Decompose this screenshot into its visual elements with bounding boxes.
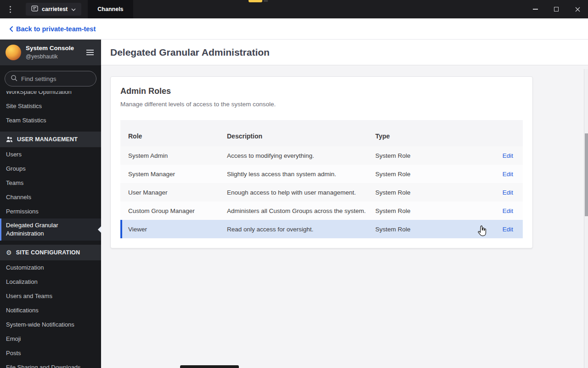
- maximize-icon: [554, 7, 559, 12]
- sidebar-item-file-sharing-and-downloads[interactable]: File Sharing and Downloads: [0, 360, 101, 368]
- cell-type: System Role: [375, 152, 492, 159]
- search-icon: [11, 75, 17, 83]
- content-body: Admin Roles Manage different levels of a…: [101, 65, 588, 259]
- content-header: Delegated Granular Administration: [101, 40, 588, 65]
- cell-description: Slightly less access than system admin.: [227, 171, 375, 178]
- screen-share-indicator: [249, 0, 262, 2]
- cell-description: Enough access to help with user manageme…: [227, 189, 375, 196]
- section-label: SITE CONFIGURATION: [16, 249, 80, 256]
- selected-item-notch: [98, 226, 101, 233]
- sidebar-item-workspace-optimization[interactable]: WorkSpace Optimization: [0, 91, 101, 99]
- tab-channels-label: Channels: [97, 6, 123, 12]
- app-menu-button[interactable]: [0, 0, 20, 18]
- chevron-down-icon: [71, 6, 76, 12]
- cell-description: Read only access for oversight.: [227, 226, 375, 233]
- sidebar-item-posts[interactable]: Posts: [0, 346, 101, 360]
- section-label: USER MANAGEMENT: [17, 136, 78, 143]
- sidebar-nav: WorkSpace Optimization Site Statistics T…: [0, 91, 101, 368]
- vertical-scrollbar[interactable]: [584, 69, 588, 368]
- sidebar-item-site-statistics[interactable]: Site Statistics: [0, 99, 101, 113]
- sidebar-item-label: Delegated Granular Administration: [6, 221, 96, 238]
- main-content: Delegated Granular Administration Admin …: [101, 40, 588, 368]
- sidebar-item-users[interactable]: Users: [0, 147, 101, 161]
- cell-role: Viewer: [128, 226, 227, 233]
- sidebar-item-permissions[interactable]: Permissions: [0, 204, 101, 218]
- cell-role: System Admin: [128, 152, 227, 159]
- table-row-highlighted: Viewer Read only access for oversight. S…: [120, 220, 523, 238]
- sidebar-item-system-wide-notifications[interactable]: System-wide Notifications: [0, 317, 101, 332]
- cell-role: User Manager: [128, 189, 227, 196]
- sidebar-item-channels[interactable]: Channels: [0, 190, 101, 204]
- taskbar-peek: [180, 365, 239, 368]
- section-user-management: USER MANAGEMENT: [0, 132, 101, 147]
- screen-share-indicator-dot: [264, 0, 268, 2]
- gear-icon: ⚙: [6, 249, 12, 256]
- team-switcher-button[interactable]: carrietest: [26, 3, 81, 16]
- column-header-type: Type: [375, 132, 492, 140]
- edit-link[interactable]: Edit: [503, 171, 513, 178]
- card-header: Admin Roles Manage different levels of a…: [111, 77, 532, 120]
- minimize-icon: [533, 9, 538, 10]
- menu-icon[interactable]: [85, 48, 96, 57]
- kebab-icon: [10, 6, 11, 13]
- window-titlebar: carrietest Channels: [0, 0, 588, 18]
- window-controls: [525, 0, 588, 18]
- table-row: User Manager Enough access to help with …: [120, 183, 523, 201]
- cell-description: Access to modifying everything.: [227, 152, 375, 159]
- close-icon: [575, 7, 580, 12]
- sidebar-item-emoji[interactable]: Emoji: [0, 332, 101, 346]
- cell-type: System Role: [375, 171, 492, 178]
- team-name: carrietest: [42, 6, 68, 12]
- card-title: Admin Roles: [120, 86, 523, 96]
- table-row: System Admin Access to modifying everyth…: [120, 146, 523, 165]
- cell-description: Administers all Custom Groups across the…: [227, 207, 375, 214]
- sidebar-item-team-statistics[interactable]: Team Statistics: [0, 113, 101, 127]
- column-header-role: Role: [128, 132, 227, 140]
- edit-link[interactable]: Edit: [503, 226, 513, 233]
- avatar[interactable]: [6, 45, 21, 60]
- sidebar-header: System Console @yesbhautik: [0, 40, 101, 65]
- chevron-left-icon: [9, 26, 13, 32]
- back-link-label: Back to private-team-test: [16, 25, 96, 33]
- section-site-configuration: ⚙ SITE CONFIGURATION: [0, 245, 101, 260]
- maximize-button[interactable]: [546, 0, 567, 18]
- edit-link[interactable]: Edit: [503, 207, 513, 214]
- column-header-description: Description: [227, 132, 375, 140]
- system-console-sidebar: System Console @yesbhautik WorkSpace Opt…: [0, 40, 101, 368]
- cell-type: System Role: [375, 207, 492, 214]
- back-link[interactable]: Back to private-team-test: [9, 25, 96, 33]
- table-row: Custom Group Manager Administers all Cus…: [120, 201, 523, 220]
- close-button[interactable]: [567, 0, 588, 18]
- sidebar-search: [0, 65, 101, 91]
- cell-type: System Role: [375, 226, 492, 233]
- search-input[interactable]: [21, 75, 90, 82]
- console-username: @yesbhautik: [26, 53, 74, 60]
- cell-role: Custom Group Manager: [128, 207, 227, 214]
- edit-link[interactable]: Edit: [503, 152, 513, 159]
- edit-link[interactable]: Edit: [503, 189, 513, 196]
- sidebar-item-localization[interactable]: Localization: [0, 275, 101, 289]
- sidebar-item-notifications[interactable]: Notifications: [0, 303, 101, 317]
- table-header-row: Role Description Type: [120, 120, 523, 146]
- minimize-button[interactable]: [525, 0, 546, 18]
- admin-roles-table: Role Description Type System Admin Acces…: [120, 120, 523, 238]
- card-subtitle: Manage different levels of access to the…: [120, 101, 523, 108]
- sidebar-item-customization[interactable]: Customization: [0, 260, 101, 275]
- sidebar-item-teams[interactable]: Teams: [0, 176, 101, 190]
- users-icon: [6, 136, 13, 143]
- console-title: System Console: [26, 45, 74, 52]
- back-bar: Back to private-team-test: [0, 18, 588, 40]
- team-icon: [31, 6, 38, 13]
- cell-type: System Role: [375, 189, 492, 196]
- admin-roles-card: Admin Roles Manage different levels of a…: [110, 76, 533, 248]
- scrollbar-thumb[interactable]: [585, 133, 588, 216]
- sidebar-item-groups[interactable]: Groups: [0, 161, 101, 176]
- table-row: System Manager Slightly less access than…: [120, 165, 523, 183]
- sidebar-item-users-and-teams[interactable]: Users and Teams: [0, 289, 101, 303]
- page-title: Delegated Granular Administration: [110, 47, 270, 58]
- app-window: carrietest Channels Back to private-team…: [0, 0, 588, 368]
- sidebar-item-delegated-granular-administration[interactable]: Delegated Granular Administration: [0, 218, 101, 241]
- tab-channels[interactable]: Channels: [88, 0, 133, 18]
- cell-role: System Manager: [128, 171, 227, 178]
